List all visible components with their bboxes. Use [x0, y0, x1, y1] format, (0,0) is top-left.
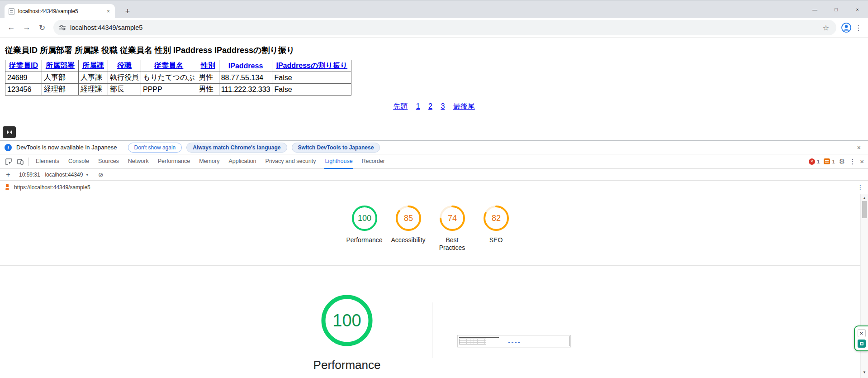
devtools-tabbar: Elements Console Sources Network Perform…	[0, 154, 868, 169]
tab-title: localhost:44349/sample5	[18, 8, 102, 14]
sort-link-name[interactable]: 従業員名	[143, 61, 195, 71]
performance-gauge-large: 100	[319, 292, 375, 349]
tab-close-icon[interactable]: ×	[106, 8, 111, 14]
pagination-page-2-link[interactable]: 2	[428, 102, 432, 110]
infobar-close-icon[interactable]: ×	[854, 144, 863, 151]
widget-app-icon[interactable]	[858, 340, 866, 348]
score-best-practices[interactable]: 74 Best Practices	[430, 204, 474, 251]
devtools-tab-memory[interactable]: Memory	[194, 154, 224, 169]
svg-text:100: 100	[357, 214, 371, 223]
scroll-down-arrow[interactable]: ▼	[861, 369, 868, 375]
browser-window: localhost:44349/sample5 × + — □ × ← → ↻ …	[0, 0, 868, 378]
site-info-icon[interactable]	[59, 24, 66, 31]
thumbnail-links	[508, 342, 520, 343]
bookmark-star-icon[interactable]: ☆	[821, 24, 831, 32]
inspect-element-icon[interactable]	[3, 156, 14, 167]
sort-link-ip-assignment[interactable]: IPaddressの割り振り	[274, 61, 349, 71]
devtools-tab-application[interactable]: Application	[224, 154, 261, 169]
score-performance[interactable]: 100 Performance	[342, 204, 386, 251]
match-chrome-language-button[interactable]: Always match Chrome's language	[186, 143, 287, 153]
tab-strip: localhost:44349/sample5 × + — □ ×	[0, 0, 868, 18]
sort-link-section[interactable]: 所属課	[81, 61, 106, 71]
best-practices-gauge: 74	[438, 204, 467, 233]
report-selector-dropdown[interactable]: 10:59:31 - localhost:44349 ▾	[17, 172, 90, 178]
pagination-first-link[interactable]: 先頭	[393, 102, 408, 110]
address-bar[interactable]: localhost:44349/sample5 ☆	[53, 20, 836, 35]
devtools-tab-elements[interactable]: Elements	[31, 154, 64, 169]
back-button[interactable]: ←	[4, 20, 19, 35]
devtools-menu-icon[interactable]: ⋮	[849, 158, 856, 166]
lighthouse-url-row: https://localhost:44349/sample5 ⋮	[0, 181, 868, 194]
console-errors-badge[interactable]: ✕ 1	[809, 158, 820, 165]
devtools-tabbar-right: ✕ 1 1 ⚙ ⋮ ×	[809, 158, 868, 166]
profile-avatar[interactable]	[840, 21, 853, 34]
issues-badge[interactable]: 1	[824, 158, 835, 164]
window-close-button[interactable]: ×	[847, 0, 868, 19]
seo-gauge: 82	[482, 204, 511, 233]
pagination-page-3-link[interactable]: 3	[441, 102, 445, 110]
error-icon: ✕	[809, 158, 815, 165]
score-accessibility[interactable]: 85 Accessibility	[386, 204, 430, 251]
aspnet-browser-link-widget[interactable]	[3, 126, 16, 138]
forward-button[interactable]: →	[19, 20, 34, 35]
pagination: 先頭 1 2 3 最後尾	[0, 102, 868, 111]
accessibility-gauge: 85	[394, 204, 423, 233]
browser-extension-widget[interactable]: ✕	[854, 325, 868, 351]
divider	[28, 158, 29, 166]
new-report-button[interactable]: +	[4, 171, 13, 179]
new-tab-button[interactable]: +	[121, 5, 134, 18]
devtools-tab-network[interactable]: Network	[123, 154, 153, 169]
maximize-button[interactable]: □	[825, 0, 847, 19]
scroll-up-arrow[interactable]: ▲	[861, 195, 868, 201]
table-row: 24689 人事部 人事課 執行役員 もりたてつのぶ 男性 88.77.55.1…	[5, 72, 351, 84]
widget-close-icon[interactable]: ✕	[858, 329, 866, 337]
scrollbar-thumb[interactable]	[862, 201, 867, 218]
debug-bowtie-icon	[6, 129, 13, 135]
pagination-page-1-link[interactable]: 1	[416, 102, 420, 110]
devtools-tab-privacy-security[interactable]: Privacy and security	[261, 154, 321, 169]
browser-tab[interactable]: localhost:44349/sample5 ×	[5, 4, 115, 19]
devtools-language-infobar: i DevTools is now available in Japanese …	[0, 141, 868, 154]
clear-reports-icon[interactable]: ⊘	[98, 171, 104, 178]
devtools-panel: i DevTools is now available in Japanese …	[0, 140, 868, 378]
report-menu-icon[interactable]: ⋮	[857, 184, 863, 191]
web-page: 従業員ID 所属部署 所属課 役職 従業員名 性別 IPaddress IPad…	[0, 38, 868, 140]
devtools-tab-performance[interactable]: Performance	[153, 154, 195, 169]
svg-text:74: 74	[447, 214, 456, 223]
sort-link-ipaddress[interactable]: IPaddress	[221, 62, 270, 70]
devtools-tab-lighthouse[interactable]: Lighthouse	[320, 154, 357, 169]
final-screenshot-thumbnail[interactable]	[457, 335, 571, 347]
page-favicon-icon	[9, 8, 14, 15]
thumbnail-table	[459, 339, 486, 345]
score-seo[interactable]: 82 SEO	[474, 204, 518, 251]
svg-text:85: 85	[403, 214, 413, 223]
url-text[interactable]: localhost:44349/sample5	[70, 24, 821, 31]
thumbnail-scrollbar	[569, 336, 570, 346]
devtools-tab-sources[interactable]: Sources	[94, 154, 123, 169]
sort-link-employee-id[interactable]: 従業員ID	[7, 61, 40, 71]
switch-devtools-japanese-button[interactable]: Switch DevTools to Japanese	[292, 143, 380, 153]
sort-link-department[interactable]: 所属部署	[44, 61, 76, 71]
infobar-message: DevTools is now available in Japanese	[16, 144, 117, 151]
browser-toolbar: ← → ↻ localhost:44349/sample5 ☆ ⋮	[0, 18, 868, 38]
devtools-close-icon[interactable]: ×	[860, 158, 864, 165]
pagination-last-link[interactable]: 最後尾	[453, 102, 475, 110]
table-header-row: 従業員ID 所属部署 所属課 役職 従業員名 性別 IPaddress IPad…	[5, 60, 351, 72]
reload-button[interactable]: ↻	[34, 20, 50, 35]
performance-section-label: Performance	[279, 358, 415, 372]
sort-link-position[interactable]: 役職	[110, 61, 139, 71]
browser-menu-button[interactable]: ⋮	[853, 20, 864, 35]
svg-text:82: 82	[491, 214, 500, 223]
chevron-down-icon: ▾	[86, 172, 88, 177]
devtools-tab-recorder[interactable]: Recorder	[357, 154, 389, 169]
performance-main-gauge[interactable]: 100	[319, 292, 375, 350]
lighthouse-session-bar: + 10:59:31 - localhost:44349 ▾ ⊘	[0, 169, 868, 181]
minimize-button[interactable]: —	[804, 0, 825, 19]
sort-link-gender[interactable]: 性別	[199, 61, 217, 71]
device-toolbar-icon[interactable]	[14, 156, 26, 167]
devtools-tab-console[interactable]: Console	[64, 154, 94, 169]
table-row: 123456 経理部 経理課 部長 PPPP 男性 111.222.32.333…	[5, 84, 351, 96]
devtools-settings-icon[interactable]: ⚙	[839, 158, 845, 166]
issues-icon	[824, 158, 830, 164]
dont-show-again-button[interactable]: Don't show again	[128, 143, 182, 153]
